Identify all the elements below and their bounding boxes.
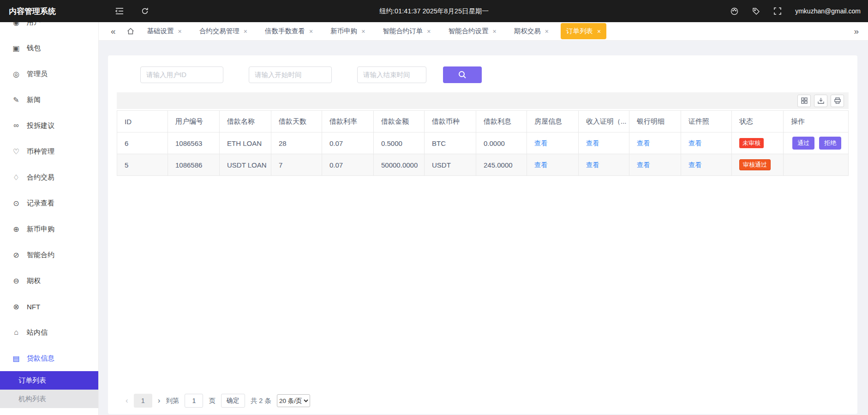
columns-icon[interactable] [797,95,811,107]
sidebar-item-smart-contract[interactable]: ⊘ 智能合约 [0,242,98,268]
tab-options-trading[interactable]: 期权交易 × [509,23,554,39]
sidebar-item-nft[interactable]: ⊗ NFT [0,294,98,319]
collapse-sidebar-icon[interactable] [115,7,124,15]
cell-rate: 0.07 [322,132,374,154]
status-badge: 未审核 [739,138,764,149]
orders-table: ID 用户编号 借款名称 借款天数 借款利率 借款金额 借款币种 借款利息 房屋… [117,110,849,176]
sidebar-item-label: 投拆建议 [27,121,54,130]
sidebar-item-user[interactable]: ◉ 用户 [0,22,98,35]
approve-button[interactable]: 通过 [792,137,814,150]
page-size-select[interactable]: 20 条/页 [277,394,310,407]
cell-amount: 50000.0000 [374,154,425,176]
tab-label: 期权交易 [514,27,541,36]
cell-loan-name: USDT LOAN [220,154,271,176]
start-time-input[interactable] [249,66,332,83]
loan-icon: ▤ [12,354,20,363]
tabs-scroll-left[interactable]: « [108,26,119,36]
tab-close-icon[interactable]: × [309,28,313,35]
sidebar-subitem-order-list[interactable]: 订单列表 [0,371,98,390]
end-time-input[interactable] [357,66,426,83]
tab-order-list[interactable]: 订单列表 × [561,23,606,39]
sidebar-item-news[interactable]: ✎ 新闻 [0,87,98,113]
goto-confirm-button[interactable]: 确定 [221,394,245,408]
tab-label: 智能合约设置 [449,27,489,36]
current-page[interactable]: 1 [134,394,152,408]
prev-page-icon[interactable]: ‹ [126,396,128,405]
view-house-link[interactable]: 查看 [534,161,548,168]
view-house-link[interactable]: 查看 [534,139,548,147]
export-icon[interactable] [814,95,827,107]
view-idcard-link[interactable]: 查看 [688,161,702,168]
sidebar-item-feedback[interactable]: ∞ 投拆建议 [0,113,98,138]
cell-id-photo: 查看 [681,132,732,154]
sidebar-item-options[interactable]: ⊖ 期权 [0,268,98,294]
tab-close-icon[interactable]: × [545,28,549,35]
tab-multiplier-view[interactable]: 倍数手数查看 × [259,23,318,39]
view-bank-link[interactable]: 查看 [637,161,650,168]
tab-smart-contract-settings[interactable]: 智能合约设置 × [443,23,502,39]
next-page-icon[interactable]: › [158,396,161,405]
admin-icon: ◎ [12,70,20,78]
sidebar-item-records[interactable]: ⊙ 记录查看 [0,190,98,216]
column-header-income: 收入证明（... [579,111,629,132]
cell-actions [784,154,849,176]
status-badge: 审核通过 [739,159,771,171]
contract-icon: ♢ [12,173,20,182]
tab-smart-contract-orders[interactable]: 智能合约订单 × [377,23,436,39]
user-id-input[interactable] [140,66,223,83]
column-header-actions: 操作 [784,111,849,132]
column-header-amount: 借款金额 [374,111,425,132]
column-header-id: ID [117,111,168,132]
view-bank-link[interactable]: 查看 [637,139,650,147]
refresh-icon[interactable] [141,7,149,15]
tab-close-icon[interactable]: × [244,28,247,35]
cell-coin: USDT [425,154,476,176]
table-toolbar [117,92,849,109]
feedback-icon: ∞ [12,121,20,130]
table-row: 5 1086586 USDT LOAN 7 0.07 50000.0000 US… [117,154,849,176]
tab-basic-settings[interactable]: 基础设置 × [142,23,187,39]
cell-id: 6 [117,132,168,154]
column-header-idcard: 证件照 [681,111,732,132]
tab-contract-trade-mgmt[interactable]: 合约交易管理 × [194,23,253,39]
theme-icon[interactable] [730,7,738,15]
sidebar-item-label: 智能合约 [27,251,54,259]
view-idcard-link[interactable]: 查看 [688,139,702,147]
view-income-link[interactable]: 查看 [586,139,599,147]
pagination: ‹ 1 › 到第 页 确定 共 2 条 20 条/页 [108,394,857,408]
sidebar-item-wallet[interactable]: ▣ 钱包 [0,35,98,61]
tag-icon[interactable] [752,7,760,15]
tab-label: 订单列表 [566,27,593,36]
sidebar-item-new-coin[interactable]: ⊕ 新币申购 [0,216,98,242]
sidebar-subitem-org-list[interactable]: 机构列表 [0,390,98,408]
tab-close-icon[interactable]: × [361,28,365,35]
tab-close-icon[interactable]: × [597,28,601,35]
sidebar-item-label: 站内信 [27,328,48,337]
column-header-status: 状态 [732,111,784,132]
table-header-row: ID 用户编号 借款名称 借款天数 借款利率 借款金额 借款币种 借款利息 房屋… [117,111,849,132]
tab-close-icon[interactable]: × [493,28,497,35]
coin-icon: ♡ [12,147,20,156]
cell-amount: 0.5000 [374,132,425,154]
sidebar-item-contract-trading[interactable]: ♢ 合约交易 [0,164,98,190]
view-income-link[interactable]: 查看 [586,161,599,168]
sidebar-item-coin-management[interactable]: ♡ 币种管理 [0,138,98,164]
sidebar-item-site-mail[interactable]: ⌂ 站内信 [0,319,98,345]
tab-new-coin[interactable]: 新币申购 × [325,23,371,39]
user-email[interactable]: ymkuzhan@gmail.com [795,7,861,15]
print-icon[interactable] [831,95,844,107]
sidebar-item-admin[interactable]: ◎ 管理员 [0,61,98,87]
tabs-scroll-right[interactable]: » [851,26,862,36]
column-header-rate: 借款利率 [322,111,374,132]
cell-days: 7 [271,154,322,176]
tab-close-icon[interactable]: × [178,28,182,35]
search-button[interactable] [443,66,482,83]
goto-page-input[interactable] [185,394,203,408]
reject-button[interactable]: 拒绝 [819,137,841,150]
sidebar-item-loan-info[interactable]: ▤ 贷款信息 [0,345,98,371]
home-icon[interactable] [127,28,134,35]
fullscreen-icon[interactable] [774,7,781,15]
tab-label: 新币申购 [330,27,357,36]
cell-user-no: 1086563 [168,132,220,154]
tab-close-icon[interactable]: × [427,28,431,35]
